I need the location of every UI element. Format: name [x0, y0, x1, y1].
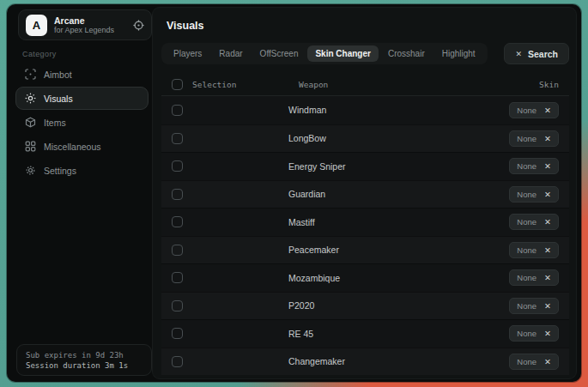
skin-value: None — [517, 357, 536, 366]
skin-select[interactable]: None ✕ — [509, 269, 559, 286]
row-checkbox[interactable] — [172, 300, 183, 311]
clear-skin-icon[interactable]: ✕ — [544, 273, 551, 282]
tab-radar[interactable]: Radar — [211, 45, 250, 62]
weapon-name: P2020 — [288, 300, 314, 311]
clear-skin-icon[interactable]: ✕ — [544, 245, 551, 255]
skin-value: None — [517, 273, 536, 282]
row-checkbox[interactable] — [172, 272, 183, 283]
skin-select[interactable]: None ✕ — [509, 186, 559, 203]
clear-skin-icon[interactable]: ✕ — [544, 357, 551, 366]
tab-bar: Players Radar OffScreen Skin Changer Cro… — [161, 43, 488, 64]
weapon-name: RE 45 — [288, 329, 313, 339]
skin-select[interactable]: None ✕ — [509, 325, 559, 342]
skin-value: None — [517, 190, 536, 199]
table-row[interactable]: Mozambique None ✕ — [161, 263, 569, 292]
cube-icon — [25, 117, 36, 128]
clear-skin-icon[interactable]: ✕ — [544, 161, 551, 171]
table-row[interactable]: Changemaker None ✕ — [161, 348, 569, 376]
table-row[interactable]: Windman None ✕ — [161, 96, 569, 124]
sidebar-item-label: Miscellaneous — [44, 142, 101, 152]
row-checkbox[interactable] — [172, 160, 183, 172]
sidebar-item-settings[interactable]: Settings — [15, 159, 149, 182]
row-checkbox[interactable] — [172, 189, 183, 200]
weapon-name: Guardian — [288, 189, 325, 199]
clear-skin-icon[interactable]: ✕ — [544, 106, 551, 115]
weapon-name: LongBow — [288, 133, 326, 143]
skin-select[interactable]: None ✕ — [509, 242, 559, 258]
skin-table: Selection Weapon Skin Windman None ✕ Lon… — [161, 73, 569, 373]
sidebar-item-miscellaneous[interactable]: Miscellaneous — [15, 135, 149, 158]
tab-crosshair[interactable]: Crosshair — [380, 45, 433, 62]
skin-select[interactable]: None ✕ — [509, 102, 559, 118]
table-row[interactable]: Energy Sniper None ✕ — [161, 152, 569, 180]
table-header: Selection Weapon Skin — [161, 73, 569, 96]
weapon-name: Mastiff — [288, 217, 315, 227]
sidebar: A Arcane for Apex Legends Category — [10, 4, 152, 382]
skin-value: None — [517, 245, 536, 255]
skin-select[interactable]: None ✕ — [509, 298, 559, 314]
skin-select[interactable]: None ✕ — [509, 214, 559, 230]
header-selection: Selection — [192, 80, 236, 89]
row-checkbox[interactable] — [172, 328, 183, 339]
brand-card: A Arcane for Apex Legends — [18, 9, 152, 40]
weapon-name: Changemaker — [288, 356, 345, 366]
skin-value: None — [517, 301, 536, 311]
clear-skin-icon[interactable]: ✕ — [544, 217, 551, 227]
skin-select[interactable]: None ✕ — [509, 158, 559, 174]
clear-skin-icon[interactable]: ✕ — [544, 134, 551, 143]
skin-value: None — [517, 106, 536, 115]
sidebar-item-aimbot[interactable]: Aimbot — [15, 63, 149, 86]
table-row[interactable]: LongBow None ✕ — [161, 124, 569, 153]
weapon-name: Energy Sniper — [288, 161, 346, 172]
clear-skin-icon[interactable]: ✕ — [544, 190, 551, 199]
tab-highlight[interactable]: Highlight — [434, 45, 483, 62]
skin-value: None — [517, 134, 536, 143]
skin-value: None — [517, 329, 536, 338]
brand-name: Arcane — [54, 15, 126, 26]
sidebar-item-items[interactable]: Items — [15, 111, 149, 134]
select-all-checkbox[interactable] — [172, 79, 183, 90]
tab-skin-changer[interactable]: Skin Changer — [307, 45, 378, 62]
app-window: A Arcane for Apex Legends Category — [7, 4, 581, 382]
table-row[interactable]: RE 45 None ✕ — [161, 319, 569, 348]
table-row[interactable]: Guardian None ✕ — [161, 180, 569, 209]
table-row[interactable]: P2020 None ✕ — [161, 292, 569, 320]
session-duration-text: Session duration 3m 1s — [26, 361, 142, 370]
page-title: Visuals — [167, 20, 204, 32]
header-skin: Skin — [539, 80, 559, 89]
sidebar-item-label: Visuals — [44, 94, 73, 104]
search-icon: ✕ — [515, 50, 522, 58]
table-row[interactable]: Mastiff None ✕ — [161, 208, 569, 236]
category-label: Category — [22, 50, 57, 58]
search-button-label: Search — [528, 49, 558, 59]
row-checkbox[interactable] — [172, 105, 183, 116]
tab-offscreen[interactable]: OffScreen — [252, 45, 306, 62]
sub-expiry-text: Sub expires in 9d 23h — [26, 351, 142, 360]
target-icon[interactable] — [133, 20, 144, 31]
skin-select[interactable]: None ✕ — [509, 130, 559, 147]
tab-players[interactable]: Players — [166, 45, 209, 62]
brand-subtitle: for Apex Legends — [54, 26, 126, 34]
main-panel: Visuals Players Radar OffScreen Skin Cha… — [152, 7, 577, 379]
subscription-status-card: Sub expires in 9d 23h Session duration 3… — [16, 344, 152, 376]
row-checkbox[interactable] — [172, 245, 183, 256]
row-checkbox[interactable] — [172, 356, 183, 367]
clear-skin-icon[interactable]: ✕ — [544, 329, 551, 338]
sidebar-item-label: Aimbot — [44, 70, 72, 80]
weapon-name: Mozambique — [288, 273, 340, 283]
weapon-name: Peacemaker — [288, 245, 339, 255]
sidebar-item-visuals[interactable]: Visuals — [15, 87, 149, 110]
crosshair-icon — [25, 69, 36, 80]
row-checkbox[interactable] — [172, 216, 183, 227]
clear-skin-icon[interactable]: ✕ — [544, 301, 551, 311]
table-row[interactable]: Peacemaker None ✕ — [161, 236, 569, 264]
skin-select[interactable]: None ✕ — [509, 354, 559, 370]
grid-icon — [25, 141, 36, 152]
brand-logo: A — [26, 15, 47, 36]
skin-value: None — [517, 161, 536, 171]
sidebar-item-label: Items — [44, 118, 66, 128]
row-checkbox[interactable] — [172, 133, 183, 144]
aperture-icon — [25, 93, 36, 104]
search-button[interactable]: ✕ Search — [504, 43, 569, 64]
sidebar-nav: Aimbot Visuals — [15, 63, 149, 183]
